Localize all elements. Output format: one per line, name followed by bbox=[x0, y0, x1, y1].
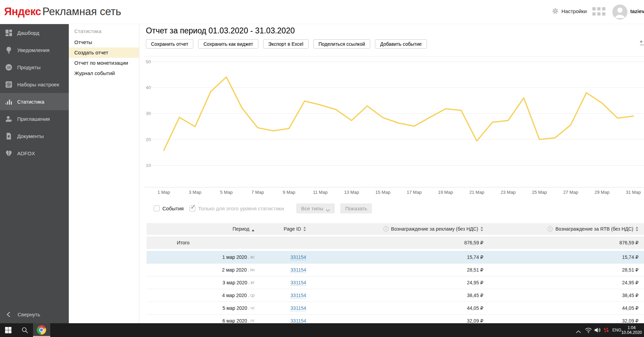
event-type-dropdown[interactable]: Все типы bbox=[296, 203, 335, 213]
rtb-revenue-cell: 38,45 ₽ bbox=[489, 289, 644, 302]
sidebar-item-label: Приглашения bbox=[17, 116, 50, 122]
username[interactable]: taziev bbox=[630, 8, 644, 14]
tray-expand-icon[interactable] bbox=[576, 328, 581, 331]
sidebar-item-1[interactable]: Дашборд bbox=[0, 24, 69, 41]
sort-both-icon[interactable] bbox=[303, 227, 306, 232]
collapse-sidebar-button[interactable]: Свернуть bbox=[0, 307, 69, 321]
page-id-link[interactable]: 331154 bbox=[290, 318, 306, 324]
sidebar-item-7[interactable]: ₽Документы bbox=[0, 127, 69, 145]
weekday-label: , чт bbox=[248, 306, 255, 310]
volume-icon[interactable] bbox=[594, 327, 601, 333]
column-header-label: Page ID bbox=[283, 226, 301, 232]
yandex-logo[interactable]: ЯндексРекламная сеть bbox=[4, 6, 121, 18]
sidebar-item-3[interactable]: 10Продукты bbox=[0, 59, 69, 76]
date-label: 1 мар 2020 bbox=[222, 254, 247, 260]
sidebar-item-label: Документы bbox=[17, 133, 44, 139]
svg-text:?: ? bbox=[385, 227, 387, 231]
sidebar-item-label: Уведомления bbox=[17, 47, 50, 53]
antivirus-tray-icon[interactable] bbox=[603, 327, 609, 333]
svg-text:7 Мар: 7 Мар bbox=[251, 190, 264, 195]
events-checkbox[interactable]: События bbox=[154, 206, 184, 211]
table-row[interactable]: 5 мар 2020, чт33115444,05 ₽44,05 ₽ bbox=[147, 302, 644, 315]
sidebar-item-label: ADFOX bbox=[17, 150, 35, 156]
weekday-label: , пт bbox=[248, 318, 255, 323]
main-content: Отчет за период 01.03.2020 - 31.03.2020 … bbox=[139, 24, 644, 323]
check-mark-icon: ✓ bbox=[190, 203, 196, 211]
page-id-link[interactable]: 331154 bbox=[290, 305, 306, 311]
date-label: 5 мар 2020 bbox=[223, 305, 247, 311]
table-row[interactable]: 1 мар 2020, вс33115415,74 ₽15,74 ₽ bbox=[147, 251, 644, 264]
screen: ЯндексРекламная сеть Настройки taziev Да… bbox=[0, 0, 644, 337]
revenue-line-chart: 50403020101 Мар3 Мар5 Мар7 Мар9 Мар11 Ма… bbox=[144, 56, 644, 198]
start-button-icon[interactable] bbox=[5, 327, 12, 334]
svg-text:17 Мар: 17 Мар bbox=[407, 190, 422, 195]
settings-button[interactable]: Настройки bbox=[552, 8, 587, 14]
toolbar-button-5[interactable]: Добавить событие bbox=[375, 39, 427, 49]
report-toolbar: Сохранить отчетСохранить как виджетЭкспо… bbox=[146, 39, 427, 49]
yandex-logo-text: Яндекс bbox=[4, 6, 41, 18]
sidebar-item-5[interactable]: Статистика bbox=[0, 93, 69, 110]
subnav-item-3[interactable]: Отчет по монетизации bbox=[69, 58, 139, 68]
taskbar-clock[interactable]: 1:04 10.04.2020 bbox=[621, 325, 643, 335]
taskbar-search-icon[interactable] bbox=[21, 327, 28, 334]
sidebar-item-2[interactable]: Уведомления bbox=[0, 41, 69, 59]
table-row[interactable]: 4 мар 2020, ср33115438,45 ₽38,45 ₽ bbox=[147, 289, 644, 302]
toolbar-button-3[interactable]: Экспорт в Excel bbox=[263, 39, 309, 49]
pageid-cell: 331154 bbox=[260, 264, 312, 276]
chevron-left-icon bbox=[6, 312, 11, 317]
only-level-checkbox[interactable]: ✓ Только для этого уровня статистики bbox=[190, 206, 284, 211]
svg-text:21 Мар: 21 Мар bbox=[469, 190, 484, 195]
page-id-link[interactable]: 331154 bbox=[290, 267, 306, 273]
subnav-item-2[interactable]: Создать отчет bbox=[69, 48, 139, 58]
chrome-taskbar-button[interactable] bbox=[33, 323, 50, 337]
help-question-icon[interactable]: ? bbox=[547, 226, 553, 232]
page-id-link[interactable]: 331154 bbox=[290, 280, 306, 286]
sort-both-icon[interactable] bbox=[635, 227, 638, 232]
language-indicator[interactable]: ENG bbox=[612, 328, 621, 333]
sidebar: ДашбордУведомления10ПродуктыНаборы настр… bbox=[0, 24, 69, 323]
toolbar-button-1[interactable]: Сохранить отчет bbox=[146, 39, 193, 49]
subnav-item-1[interactable]: Отчеты bbox=[69, 37, 139, 48]
column-header-1[interactable]: Период bbox=[147, 223, 260, 235]
period-cell: 3 мар 2020, вт bbox=[147, 276, 260, 289]
sidebar-item-8[interactable]: ADFOX bbox=[0, 145, 69, 162]
svg-text:50: 50 bbox=[146, 59, 151, 64]
ad-revenue-cell: 32,09 ₽ bbox=[312, 315, 489, 323]
help-question-icon[interactable]: ? bbox=[383, 226, 389, 232]
rtb-revenue-cell: 15,74 ₽ bbox=[489, 251, 644, 263]
sidebar-item-label: Продукты bbox=[17, 64, 41, 70]
table-row[interactable]: 3 мар 2020, вт33115424,95 ₽24,95 ₽ bbox=[147, 276, 644, 289]
toolbar-button-2[interactable]: Сохранить как виджет bbox=[198, 39, 258, 49]
sort-both-icon[interactable] bbox=[480, 227, 483, 232]
column-header-label: Вознаграждение за RTB (без НДС) bbox=[555, 226, 633, 232]
chrome-icon bbox=[37, 325, 46, 335]
show-button[interactable]: Показать bbox=[340, 203, 372, 213]
column-header-2[interactable]: Page ID bbox=[260, 223, 312, 235]
page-id-link[interactable]: 331154 bbox=[290, 254, 306, 260]
svg-text:19 Мар: 19 Мар bbox=[438, 190, 453, 195]
sidebar-item-6[interactable]: Приглашения bbox=[0, 110, 69, 127]
svg-text:3 Мар: 3 Мар bbox=[189, 190, 201, 195]
date-label: 4 мар 2020 bbox=[222, 293, 247, 298]
avatar[interactable] bbox=[612, 4, 627, 20]
toolbar-button-4[interactable]: Поделиться ссылкой bbox=[313, 39, 370, 49]
svg-text:?: ? bbox=[549, 227, 551, 231]
sort-asc-icon[interactable] bbox=[251, 228, 255, 231]
subnav-item-4[interactable]: Журнал событий bbox=[69, 68, 139, 78]
context-menu-icon[interactable] bbox=[639, 40, 644, 47]
column-header-label: Период bbox=[233, 226, 249, 232]
apps-grid-icon[interactable] bbox=[592, 7, 605, 18]
sidebar-item-4[interactable]: Наборы настроек bbox=[0, 76, 69, 93]
table-row[interactable]: 2 мар 2020, пн33115428,51 ₽28,51 ₽ bbox=[147, 264, 644, 276]
lightbulb-icon bbox=[5, 46, 12, 54]
table-row[interactable]: 6 мар 2020, пт33115432,09 ₽32,09 ₽ bbox=[147, 315, 644, 323]
gear-icon bbox=[552, 8, 559, 14]
weekday-label: , вт bbox=[248, 280, 255, 285]
weekday-label: , ср bbox=[248, 293, 255, 298]
column-header-4[interactable]: ?Вознаграждение за RTB (без НДС) bbox=[489, 223, 644, 235]
period-cell: 4 мар 2020, ср bbox=[147, 289, 260, 302]
page-id-link[interactable]: 331154 bbox=[290, 293, 306, 298]
column-header-3[interactable]: ?Вознаграждение за рекламу (без НДС) bbox=[312, 223, 489, 235]
clock-time: 1:04 bbox=[621, 325, 643, 330]
wifi-icon[interactable] bbox=[585, 327, 592, 333]
